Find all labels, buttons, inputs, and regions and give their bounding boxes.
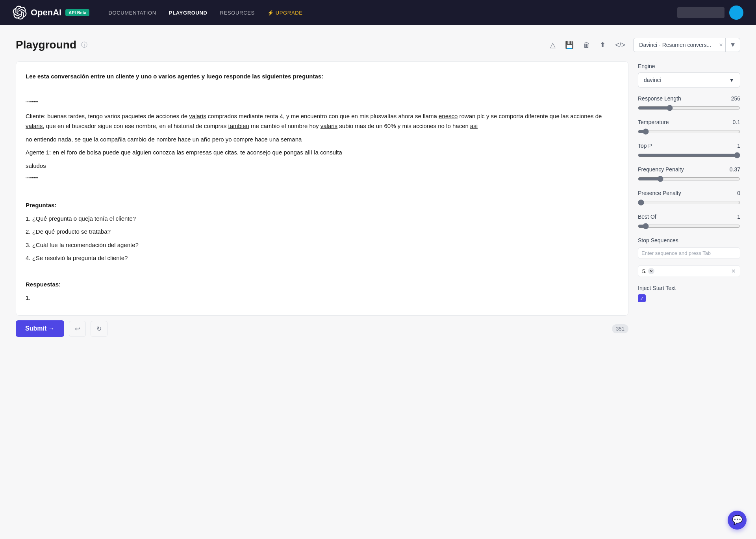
stop-sequence-value: 5. [642,268,647,274]
stop-sequence-tag: 5. ✕ [642,268,654,274]
preset-selector: Davinci - Resumen convers... ✕ ▼ [633,38,740,52]
preset-dropdown-button[interactable]: ▼ [725,38,740,52]
settings-panel: Engine davinci ▼ Response Length 256 Tem… [638,61,740,337]
engine-value: davinci [644,77,661,83]
editor-panel: Lee esta conversación entre un cliente y… [16,61,628,337]
temperature-setting: Temperature 0.1 [638,119,740,135]
response-length-setting: Response Length 256 [638,95,740,111]
top-p-value: 1 [737,143,740,149]
frequency-penalty-value: 0.37 [730,166,740,173]
temperature-row: Temperature 0.1 [638,119,740,125]
stop-sequence-remove-button[interactable]: ✕ [731,268,736,274]
response-length-slider[interactable] [638,105,740,111]
header-right [677,6,743,20]
best-of-row: Best Of 1 [638,214,740,220]
best-of-label: Best Of [638,214,656,220]
response-length-row: Response Length 256 [638,95,740,102]
presence-penalty-setting: Presence Penalty 0 [638,190,740,206]
submit-button[interactable]: Submit → [16,320,64,337]
best-of-slider[interactable] [638,223,740,229]
temperature-slider[interactable] [638,128,740,135]
temperature-label: Temperature [638,119,669,125]
top-p-slider[interactable] [638,152,740,158]
user-name-placeholder [677,7,724,18]
best-of-setting: Best Of 1 [638,214,740,229]
token-count: 351 [612,324,628,333]
frequency-penalty-setting: Frequency Penalty 0.37 [638,166,740,182]
frequency-penalty-slider[interactable] [638,176,740,182]
toolbar: △ 💾 🗑 ⬆ </> Davinci - Resumen convers...… [548,38,740,52]
temperature-value: 0.1 [733,119,740,125]
presence-penalty-row: Presence Penalty 0 [638,190,740,196]
openai-logo-icon [13,6,27,20]
stop-sequences-input[interactable]: Enter sequence and press Tab [638,247,740,259]
engine-dropdown[interactable]: davinci ▼ [638,72,740,87]
logo-text: OpenAI [31,7,61,18]
save-icon[interactable]: 💾 [563,39,575,51]
nav-documentation[interactable]: DOCUMENTATION [108,10,156,16]
stop-sequences-label: Stop Sequences [638,237,740,243]
inject-checkbox[interactable]: ✓ [638,294,646,302]
upload-icon[interactable]: ⬆ [598,39,607,51]
stop-sequences-setting: Stop Sequences Enter sequence and press … [638,237,740,277]
presence-penalty-slider[interactable] [638,199,740,206]
preset-close-button[interactable]: ✕ [717,39,725,51]
header-nav: DOCUMENTATION PLAYGROUND RESOURCES ⚡ UPG… [108,10,665,16]
bottom-bar: Submit → ↩ ↻ 351 [16,320,628,337]
preset-label: Davinci - Resumen convers... [634,39,717,51]
presence-penalty-label: Presence Penalty [638,190,681,196]
stop-sequence-remove-x[interactable]: ✕ [648,268,654,274]
main-content: Playground ⓘ △ 💾 🗑 ⬆ </> Davinci - Resum… [0,25,756,349]
code-icon[interactable]: </> [613,39,627,51]
response-length-value: 256 [731,95,740,102]
top-p-row: Top P 1 [638,143,740,149]
info-icon[interactable]: ⓘ [81,41,87,49]
stop-sequence-tag-box: 5. ✕ ✕ [638,265,740,277]
nav-resources[interactable]: RESOURCES [220,10,255,16]
nav-playground[interactable]: PLAYGROUND [169,10,208,16]
best-of-value: 1 [737,214,740,220]
content-area: Lee esta conversación entre un cliente y… [16,61,740,337]
redo-button[interactable]: ↻ [91,321,107,337]
page-title: Playground [16,39,76,51]
api-badge: API Beta [65,9,89,16]
inject-label: Inject Start Text [638,285,740,291]
frequency-penalty-row: Frequency Penalty 0.37 [638,166,740,173]
engine-setting: Engine davinci ▼ [638,63,740,87]
warning-icon[interactable]: △ [548,39,557,51]
text-editor[interactable]: Lee esta conversación entre un cliente y… [16,61,628,316]
top-p-label: Top P [638,143,652,149]
page-title-row: Playground ⓘ △ 💾 🗑 ⬆ </> Davinci - Resum… [16,38,740,52]
logo: OpenAI API Beta [13,6,89,20]
presence-penalty-value: 0 [737,190,740,196]
header: OpenAI API Beta DOCUMENTATION PLAYGROUND… [0,0,756,25]
trash-icon[interactable]: 🗑 [582,39,592,51]
stop-sequences-placeholder: Enter sequence and press Tab [641,250,711,256]
nav-upgrade[interactable]: ⚡ UPGRADE [267,10,303,16]
engine-label: Engine [638,63,740,69]
chevron-down-icon: ▼ [729,77,734,83]
avatar[interactable] [729,6,743,20]
frequency-penalty-label: Frequency Penalty [638,166,684,173]
undo-button[interactable]: ↩ [69,321,86,337]
inject-checkbox-wrap: ✓ [638,294,740,302]
inject-start-text-setting: Inject Start Text ✓ [638,285,740,302]
response-length-label: Response Length [638,95,681,102]
top-p-setting: Top P 1 [638,143,740,158]
